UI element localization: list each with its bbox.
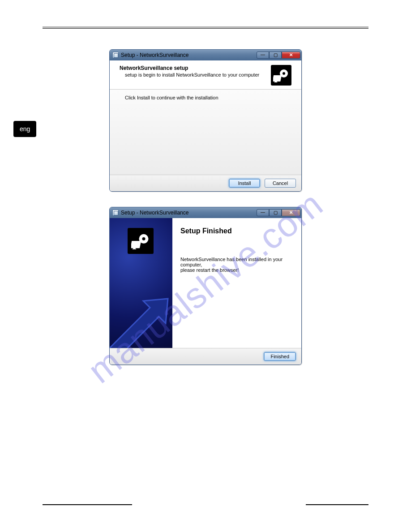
dialog-body: Click Install to continue with the insta… [110, 90, 301, 175]
minimize-button[interactable]: — [257, 209, 269, 216]
dialog-subtitle: NetworkSurveillance setup [120, 65, 259, 71]
footer-rule-right [306, 504, 368, 505]
installer-disc-icon [271, 65, 291, 86]
minimize-button[interactable]: — [257, 51, 269, 59]
installer-app-icon [112, 210, 119, 216]
close-button: ✕ [282, 209, 300, 216]
header-rule [43, 27, 368, 29]
svg-rect-0 [273, 75, 282, 82]
dialog-footer: Install Cancel [110, 175, 301, 191]
finished-button[interactable]: Finished [264, 352, 296, 361]
setup-dialog-install: Setup - NetworkSurveillance — ▢ ✕ Networ… [109, 49, 302, 192]
cancel-button[interactable]: Cancel [265, 179, 296, 188]
window-controls: — ▢ ✕ [257, 51, 300, 59]
dialog-header: NetworkSurveillance setup setup is begin… [110, 60, 301, 89]
svg-point-2 [283, 72, 285, 75]
finish-body-line2: please restart the browser! [180, 267, 293, 273]
maximize-button[interactable]: ▢ [269, 209, 282, 216]
installer-app-icon [112, 52, 119, 58]
footer-rule-left [43, 504, 132, 505]
window-title: Setup - NetworkSurveillance [121, 210, 188, 216]
dialog-footer: Finished [110, 348, 301, 365]
page-footer [43, 504, 368, 505]
installer-disc-icon [128, 228, 154, 254]
finish-title: Setup Finished [180, 227, 293, 235]
body-text: Click Install to continue with the insta… [120, 95, 291, 100]
svg-point-5 [142, 237, 146, 240]
wizard-content: Setup Finished NetworkSurveillance has b… [172, 218, 301, 348]
dialog-subtext: setup is begin to install NetworkSurveil… [120, 71, 259, 77]
install-button[interactable]: Install [229, 179, 260, 188]
maximize-button[interactable]: ▢ [269, 51, 282, 59]
finish-body-line1: NetworkSurveillance has been installed i… [180, 257, 293, 267]
wizard-sidebar [110, 218, 172, 348]
titlebar[interactable]: Setup - NetworkSurveillance — ▢ ✕ [110, 207, 301, 218]
titlebar[interactable]: Setup - NetworkSurveillance — ▢ ✕ [110, 50, 301, 60]
language-tab: eng [13, 121, 36, 137]
setup-dialog-finished: Setup - NetworkSurveillance — ▢ ✕ [109, 207, 302, 365]
close-button[interactable]: ✕ [282, 51, 300, 59]
page-header [43, 27, 368, 29]
window-title: Setup - NetworkSurveillance [121, 52, 188, 58]
svg-rect-3 [131, 241, 141, 248]
window-controls: — ▢ ✕ [257, 209, 300, 216]
